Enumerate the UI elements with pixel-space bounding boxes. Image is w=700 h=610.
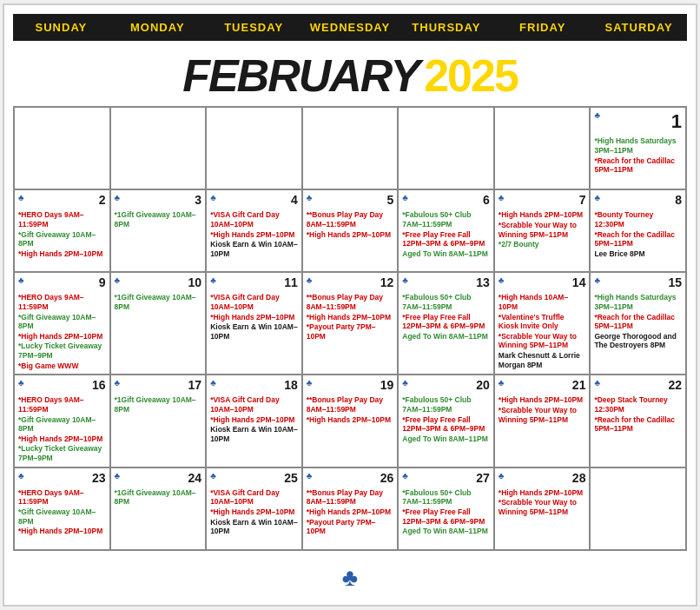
- calendar-cell: [495, 108, 591, 190]
- calendar-event: Mark Chesnutt & Lorrie Morgan 8PM: [499, 351, 586, 369]
- cell-suit-icon: ♣: [18, 378, 24, 388]
- cell-number: 14: [572, 275, 586, 289]
- cell-number: 19: [380, 378, 394, 392]
- month-title: FEBRUARY: [182, 50, 419, 102]
- cell-suit-icon: ♣: [499, 193, 505, 202]
- calendar-event: Lee Brice 8PM: [594, 249, 682, 259]
- calendar-event: *High Hands 2PM–10PM: [499, 210, 586, 220]
- cell-suit-icon: ♣: [307, 193, 313, 202]
- cell-suit-icon: ♣: [115, 193, 121, 202]
- calendar-event: *1Gift Giveaway 10AM–8PM: [115, 210, 202, 229]
- cell-number: 11: [284, 275, 298, 289]
- calendar-event: *HERO Days 9AM–11:59PM: [18, 210, 106, 229]
- calendar-event: *Gift Giveaway 10AM–8PM: [18, 507, 106, 526]
- day-header-saturday: SATURDAY: [591, 14, 687, 41]
- calendar-event: *High Hands Saturdays 3PM–11PM: [594, 293, 682, 311]
- cell-suit-icon: ♣: [210, 275, 216, 285]
- day-header-monday: MONDAY: [109, 14, 206, 41]
- calendar-event: *High Hands 2PM–10PM: [210, 230, 298, 240]
- cell-number: 28: [572, 471, 586, 485]
- title-row: FEBRUARY 2025: [13, 41, 687, 106]
- calendar-cell: ♣6*Fabulous 50+ Club 7AM–11:59PM*Free Pl…: [399, 190, 495, 273]
- cell-suit-icon: ♣: [18, 193, 24, 202]
- calendar-event: *Fabulous 50+ Club 7AM–11:59PM: [402, 488, 490, 507]
- cell-number: 2: [99, 193, 106, 207]
- calendar-event: *High Hands 2PM–10PM: [307, 230, 394, 240]
- calendar-cell: ♣17*1Gift Giveaway 10AM–8PM: [111, 375, 208, 467]
- calendar-cell: ♣28*High Hands 2PM–10PM*Scrabble Your Wa…: [495, 468, 591, 551]
- calendar-event: *High Hands Saturdays 3PM–11PM: [594, 136, 682, 155]
- calendar-cell: ♣13*Fabulous 50+ Club 7AM–11:59PM*Free P…: [399, 273, 495, 375]
- cell-suit-icon: ♣: [499, 471, 505, 481]
- calendar-cell: [399, 108, 495, 190]
- calendar-cell: ♣11*VISA Gift Card Day 10AM–10PM*High Ha…: [207, 273, 303, 375]
- calendar-event: *High Hands 2PM–10PM: [307, 313, 394, 322]
- calendar-event: *Gift Giveaway 10AM–8PM: [18, 313, 106, 331]
- calendar-cell: ♣21*High Hands 2PM–10PM*Scrabble Your Wa…: [495, 375, 591, 467]
- cell-number: 5: [386, 193, 393, 207]
- cell-number: 15: [668, 275, 682, 289]
- calendar-event: Aged To Win 8AM–11PM: [402, 527, 490, 536]
- cell-number: 12: [380, 275, 394, 289]
- cell-number: 27: [476, 471, 490, 485]
- calendar-cell: ♣27*Fabulous 50+ Club 7AM–11:59PM*Free P…: [399, 468, 495, 551]
- calendar-event: George Thorogood and The Destroyers 8PM: [594, 332, 682, 350]
- calendar-event: *Valentine's Truffle Kiosk Invite Only: [499, 313, 586, 331]
- calendar-event: *VISA Gift Card Day 10AM–10PM: [210, 488, 298, 507]
- cell-suit-icon: ♣: [18, 275, 24, 285]
- calendar-cell: ♣25*VISA Gift Card Day 10AM–10PM*High Ha…: [207, 468, 303, 551]
- cell-suit-icon: ♣: [402, 193, 408, 202]
- calendar-event: *1Gift Giveaway 10AM–8PM: [115, 293, 202, 311]
- cell-number: 20: [476, 378, 490, 392]
- calendar-event: *Scrabble Your Way to Winning 5PM–11PM: [499, 332, 586, 350]
- calendar-event: *Payout Party 7PM–10PM: [307, 322, 394, 341]
- cell-suit-icon: ♣: [594, 378, 600, 388]
- calendar-cell: ♣8*Bounty Tourney 12:30PM*Reach for the …: [591, 190, 687, 273]
- calendar-event: Aged To Win 8AM–11PM: [402, 332, 490, 341]
- calendar-cell: [207, 108, 303, 190]
- cell-number: 10: [188, 275, 202, 289]
- calendar-cell: [303, 108, 400, 190]
- calendar-event: *VISA Gift Card Day 10AM–10PM: [210, 293, 298, 311]
- calendar-cell: ♣23*HERO Days 9AM–11:59PM*Gift Giveaway …: [15, 468, 111, 551]
- calendar-event: *Deep Stack Tourney 12:30PM: [594, 395, 682, 414]
- calendar-event: *High Hands 2PM–10PM: [307, 415, 394, 425]
- calendar-event: *HERO Days 9AM–11:59PM: [18, 293, 106, 311]
- cell-number: 25: [284, 471, 298, 485]
- calendar-event: *Fabulous 50+ Club 7AM–11:59PM: [402, 293, 490, 311]
- calendar-cell: ♣19**Bonus Play Pay Day 8AM–11:59PM*High…: [303, 375, 400, 467]
- cell-suit-icon: ♣: [307, 378, 313, 388]
- calendar-event: *Scrabble Your Way to Winning 5PM–11PM: [499, 498, 586, 516]
- calendar-cell: [591, 468, 687, 551]
- cell-suit-icon: ♣: [594, 110, 600, 120]
- calendar-event: *Bounty Tourney 12:30PM: [594, 210, 682, 229]
- day-header-sunday: SUNDAY: [13, 14, 109, 41]
- calendar-cell: [15, 108, 111, 190]
- calendar-event: *Fabulous 50+ Club 7AM–11:59PM: [402, 395, 490, 414]
- calendar-cell: ♣20*Fabulous 50+ Club 7AM–11:59PM*Free P…: [399, 375, 495, 467]
- cell-number: 13: [476, 275, 490, 289]
- calendar-event: *Reach for the Cadillac 5PM–11PM: [594, 156, 682, 175]
- calendar-event: Aged To Win 8AM–11PM: [402, 249, 490, 259]
- days-header: SUNDAYMONDAYTUESDAYWEDNESDAYTHURSDAYFRID…: [13, 14, 687, 41]
- cell-number: 22: [668, 378, 682, 392]
- calendar-cell: [111, 108, 208, 190]
- cell-suit-icon: ♣: [499, 275, 505, 285]
- calendar-cell: ♣18*VISA Gift Card Day 10AM–10PM*High Ha…: [207, 375, 303, 467]
- calendar-event: Kiosk Earn & Win 10AM–10PM: [210, 240, 298, 258]
- cell-suit-icon: ♣: [210, 378, 216, 388]
- calendar-event: **Bonus Play Pay Day 8AM–11:59PM: [307, 210, 394, 229]
- calendar-event: *High Hands 2PM–10PM: [307, 507, 394, 517]
- cell-number: 18: [284, 378, 298, 392]
- cell-number: 1: [671, 110, 682, 133]
- day-header-thursday: THURSDAY: [398, 14, 494, 41]
- cell-number: 9: [99, 275, 106, 289]
- calendar-cell: ♣15*High Hands Saturdays 3PM–11PM*Reach …: [591, 273, 687, 375]
- cell-number: 26: [380, 471, 394, 485]
- cell-number: 24: [188, 471, 202, 485]
- calendar-event: *High Hands 2PM–10PM: [210, 507, 298, 517]
- cell-suit-icon: ♣: [402, 378, 408, 388]
- calendar-event: *Scrabble Your Way to Winning 5PM–11PM: [499, 406, 586, 424]
- calendar-event: *VISA Gift Card Day 10AM–10PM: [210, 210, 298, 229]
- calendar-event: **Bonus Play Pay Day 8AM–11:59PM: [307, 293, 394, 311]
